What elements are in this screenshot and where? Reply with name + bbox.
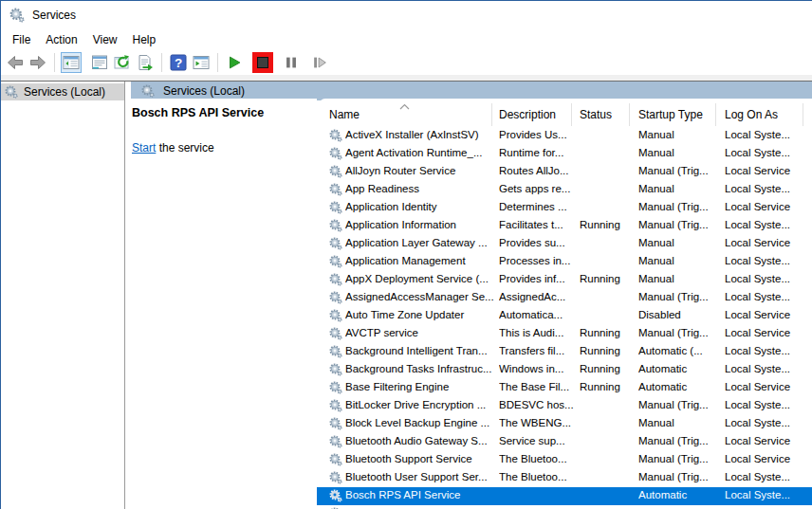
- cell-name: Auto Time Zone Updater: [345, 309, 497, 320]
- column-divider[interactable]: [715, 103, 716, 126]
- table-row[interactable]: Bluetooth Audio Gateway S...Service sup.…: [317, 433, 812, 451]
- table-row[interactable]: AVCTP serviceThis is Audi...RunningManua…: [317, 325, 812, 343]
- cell-log-on-as: Local Syste...: [725, 183, 810, 194]
- table-row[interactable]: Background Tasks Infrastruc...Windows in…: [317, 361, 812, 379]
- table-row-partial[interactable]: [317, 505, 812, 509]
- column-header-name[interactable]: Name: [329, 108, 360, 121]
- stop-service-button[interactable]: [252, 52, 273, 73]
- column-divider[interactable]: [803, 103, 803, 126]
- cell-startup-type: Automatic: [638, 363, 722, 374]
- show-hide-console-tree-button[interactable]: [61, 52, 82, 73]
- table-row[interactable]: Background Intelligent Tran...Transfers …: [317, 343, 812, 361]
- cell-startup-type: Manual (Trig...: [638, 327, 722, 338]
- table-row[interactable]: BitLocker Drive Encryption ...BDESVC hos…: [317, 397, 812, 415]
- cell-name: Block Level Backup Engine ...: [345, 417, 497, 428]
- properties-icon: [90, 53, 109, 72]
- table-row[interactable]: Agent Activation Runtime_...Runtime for.…: [317, 145, 812, 163]
- cell-startup-type: Automatic: [638, 381, 722, 392]
- start-service-link[interactable]: Start: [132, 141, 156, 155]
- cell-name: Background Intelligent Tran...: [345, 345, 497, 356]
- table-row[interactable]: AppX Deployment Service (...Provides inf…: [317, 271, 812, 289]
- table-row[interactable]: Bluetooth User Support Ser...The Bluetoo…: [317, 469, 812, 487]
- column-header-startup-type[interactable]: Startup Type: [638, 108, 703, 121]
- table-row[interactable]: AllJoyn Router ServiceRoutes AllJo...Man…: [317, 163, 812, 181]
- cell-description: BDESVC hos...: [499, 399, 576, 410]
- cell-log-on-as: Local Syste...: [725, 147, 810, 158]
- export-list-icon: [136, 53, 155, 72]
- cell-startup-type: Manual (Trig...: [638, 165, 722, 176]
- cell-name: ActiveX Installer (AxInstSV): [345, 129, 497, 140]
- console-tree-panel: Services (Local): [1, 82, 125, 509]
- pause-service-button[interactable]: [281, 52, 302, 73]
- service-gear-icon: [329, 435, 343, 449]
- help-button[interactable]: ?: [168, 52, 189, 73]
- list-header: NameDescriptionStatusStartup TypeLog On …: [317, 99, 812, 127]
- pause-icon: [283, 54, 300, 71]
- extended-pane: Bosch RPS API Service Start the service: [131, 99, 317, 509]
- cell-startup-type: Manual (Trig...: [638, 399, 722, 410]
- start-service-button[interactable]: [224, 52, 245, 73]
- show-extended-view-button[interactable]: [191, 52, 212, 73]
- table-row[interactable]: Base Filtering EngineThe Base Fil...Runn…: [317, 379, 812, 397]
- table-row[interactable]: Application InformationFacilitates t...R…: [317, 217, 812, 235]
- menu-action[interactable]: Action: [38, 30, 84, 49]
- menu-file[interactable]: File: [5, 30, 38, 49]
- cell-log-on-as: Local Service: [725, 201, 810, 212]
- panel-header-band: Services (Local): [131, 82, 812, 100]
- table-row[interactable]: Bosch RPS API ServiceAutomaticLocal Syst…: [317, 487, 812, 505]
- cell-name: Background Tasks Infrastruc...: [345, 363, 497, 374]
- service-gear-icon: [329, 309, 343, 323]
- selected-service-title: Bosch RPS API Service: [131, 99, 317, 119]
- cell-description: Service sup...: [499, 435, 576, 446]
- cell-log-on-as: Local Syste...: [725, 489, 810, 500]
- table-row[interactable]: App ReadinessGets apps re...ManualLocal …: [317, 181, 812, 199]
- cell-startup-type: Disabled: [638, 309, 722, 320]
- cell-startup-type: Manual: [638, 129, 722, 140]
- cell-startup-type: Manual: [638, 273, 722, 284]
- cell-name: Agent Activation Runtime_...: [345, 147, 497, 158]
- cell-status: Running: [580, 327, 635, 338]
- column-header-status[interactable]: Status: [580, 108, 612, 121]
- table-row[interactable]: Bluetooth Support ServiceThe Bluetoo...M…: [317, 451, 812, 469]
- column-divider[interactable]: [491, 103, 492, 126]
- table-row[interactable]: ActiveX Installer (AxInstSV)Provides Us.…: [317, 127, 812, 145]
- cell-startup-type: Manual: [638, 183, 722, 194]
- tree-item-services-local[interactable]: Services (Local): [1, 83, 124, 100]
- cell-log-on-as: Local Service: [725, 237, 810, 248]
- table-row[interactable]: Application ManagementProcesses in...Man…: [317, 253, 812, 271]
- forward-button[interactable]: [28, 52, 48, 73]
- cell-name: AVCTP service: [345, 327, 497, 338]
- cell-name: Application Management: [345, 255, 497, 266]
- column-header-description[interactable]: Description: [499, 108, 556, 121]
- cell-name: Base Filtering Engine: [345, 381, 497, 392]
- export-list-button[interactable]: [135, 52, 156, 73]
- cell-description: AssignedAc...: [499, 291, 576, 302]
- menu-help[interactable]: Help: [125, 30, 164, 49]
- column-divider[interactable]: [629, 103, 630, 126]
- cell-description: Provides inf...: [499, 273, 576, 284]
- toolbar-separator: [217, 53, 218, 72]
- toolbar-separator: [161, 53, 162, 72]
- refresh-button[interactable]: [112, 52, 133, 73]
- cell-description: Automatica...: [499, 309, 576, 320]
- back-button[interactable]: [5, 52, 26, 73]
- table-row[interactable]: Block Level Backup Engine ...The WBENG..…: [317, 415, 812, 433]
- cell-log-on-as: Local Syste...: [725, 129, 810, 140]
- restart-service-button[interactable]: [309, 52, 330, 73]
- cell-name: App Readiness: [345, 183, 497, 194]
- toolbar: ?: [1, 50, 812, 75]
- column-divider[interactable]: [571, 103, 572, 126]
- column-header-log-on-as[interactable]: Log On As: [725, 108, 778, 121]
- table-row[interactable]: Auto Time Zone UpdaterAutomatica...Disab…: [317, 307, 812, 325]
- title-bar: Services: [1, 1, 812, 29]
- table-row[interactable]: AssignedAccessManager Se...AssignedAc...…: [317, 289, 812, 307]
- menu-bar: FileActionViewHelp: [1, 29, 812, 50]
- service-action-suffix: the service: [156, 141, 213, 155]
- menu-view[interactable]: View: [85, 30, 125, 49]
- service-gear-icon: [329, 291, 343, 305]
- properties-button[interactable]: [89, 52, 110, 73]
- cell-startup-type: Manual (Trig...: [638, 453, 722, 464]
- cell-status: Running: [580, 381, 635, 392]
- table-row[interactable]: Application Layer Gateway ...Provides su…: [317, 235, 812, 253]
- table-row[interactable]: Application IdentityDetermines ...Manual…: [317, 199, 812, 217]
